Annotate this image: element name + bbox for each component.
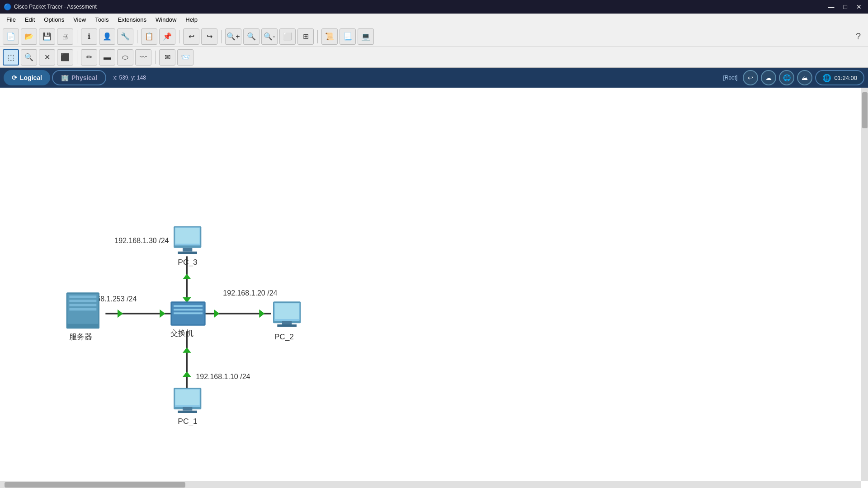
menu-tools[interactable]: Tools (90, 14, 113, 25)
physical-btn[interactable]: 🏢 Physical (52, 70, 106, 85)
menu-options[interactable]: Options (39, 14, 69, 25)
logical-btn[interactable]: ⟳ Logical (4, 70, 50, 85)
network-diagram[interactable]: 192.168.1.253 /24 192.168.1.20 /24 192.1… (0, 88, 868, 488)
rect-zoom-btn[interactable]: ⬜ (279, 28, 296, 45)
window-controls: — □ ✕ (826, 2, 864, 11)
multi-select-tool[interactable]: ⬛ (57, 49, 73, 66)
nav-icon-group: ↩ ☁ 🌐 ⛰ 🌐 01:24:00 (743, 70, 864, 85)
sep7 (155, 51, 156, 64)
menu-file[interactable]: File (2, 14, 20, 25)
physical-label: Physical (71, 74, 97, 81)
pc2-label: PC_2 (274, 332, 294, 341)
terminal-btn[interactable]: 💻 (358, 28, 374, 45)
tri5 (183, 347, 191, 353)
server-label: 服务器 (69, 332, 92, 341)
menu-extensions[interactable]: Extensions (113, 14, 151, 25)
search-tool[interactable]: 🔍 (21, 49, 37, 66)
mountain-btn[interactable]: ⛰ (797, 70, 812, 85)
svg-rect-20 (178, 411, 197, 413)
workspace[interactable]: 192.168.1.253 /24 192.168.1.20 /24 192.1… (0, 88, 868, 488)
wizard-btn[interactable]: 🔧 (117, 28, 133, 45)
sep2 (137, 30, 137, 43)
sep6 (77, 51, 77, 64)
back-btn[interactable]: ↩ (743, 70, 758, 85)
envelope-tool[interactable]: ✉ (159, 49, 175, 66)
paste-btn[interactable]: 📌 (159, 28, 175, 45)
svg-rect-3 (69, 304, 96, 306)
svg-rect-2 (69, 300, 96, 302)
sep1 (77, 30, 77, 43)
sep3 (179, 30, 179, 43)
svg-rect-4 (69, 308, 96, 310)
menu-view[interactable]: View (69, 14, 90, 25)
ellipse-tool[interactable]: ⬭ (117, 49, 133, 66)
copy-btn[interactable]: 📋 (141, 28, 157, 45)
svg-rect-11 (183, 248, 192, 252)
tri7 (183, 274, 191, 279)
menu-window[interactable]: Window (151, 14, 181, 25)
open-envelope-tool[interactable]: 📨 (177, 49, 193, 66)
svg-rect-10 (175, 228, 199, 244)
world-btn[interactable]: 🌐 (779, 70, 794, 85)
pencil-tool[interactable]: ✏ (81, 49, 97, 66)
logical-icon: ⟳ (12, 74, 17, 81)
maximize-btn[interactable]: □ (841, 2, 850, 11)
physical-icon: 🏢 (61, 74, 69, 81)
svg-rect-16 (277, 324, 297, 327)
svg-rect-6 (174, 305, 203, 307)
vscrollbar[interactable] (861, 88, 868, 481)
close-btn[interactable]: ✕ (854, 2, 864, 11)
save-btn[interactable]: 💾 (39, 28, 55, 45)
timer-icon: 🌐 (822, 74, 831, 82)
cloud-btn[interactable]: ☁ (761, 70, 776, 85)
svg-rect-14 (275, 303, 299, 319)
redo-btn[interactable]: ↪ (201, 28, 217, 45)
pc3-label: PC_3 (178, 258, 197, 267)
help-btn[interactable]: ? (851, 31, 865, 42)
pc1-label: PC_1 (178, 417, 197, 426)
open-btn[interactable]: 📂 (21, 28, 37, 45)
vscroll-thumb[interactable] (862, 92, 868, 128)
scroll1-btn[interactable]: 📜 (321, 28, 338, 45)
svg-rect-18 (175, 389, 199, 405)
tri3 (214, 310, 219, 318)
undo-btn[interactable]: ↩ (183, 28, 199, 45)
menu-help[interactable]: Help (181, 14, 202, 25)
tri1 (118, 310, 123, 318)
user-btn[interactable]: 👤 (99, 28, 115, 45)
tri6 (183, 371, 191, 377)
toolbar1: 📄 📂 💾 🖨 ℹ 👤 🔧 📋 📌 ↩ ↪ 🔍+ 🔍 🔍- ⬜ ⊞ 📜 📃 💻 … (0, 26, 868, 47)
timer-display: 01:24:00 (834, 75, 857, 81)
grid-btn[interactable]: ⊞ (297, 28, 314, 45)
minimize-btn[interactable]: — (826, 2, 837, 11)
hscrollbar[interactable] (0, 481, 861, 488)
zoom-in-btn[interactable]: 🔍+ (225, 28, 241, 45)
label-pc2-ip: 192.168.1.20 /24 (223, 289, 277, 297)
svg-rect-1 (69, 296, 96, 298)
titlebar: 🔵 Cisco Packet Tracer - Assessment — □ ✕ (0, 0, 868, 14)
title-text: Cisco Packet Tracer - Assessment (14, 4, 97, 10)
coords-display: x: 539, y: 148 (108, 75, 151, 81)
print-btn[interactable]: 🖨 (57, 28, 73, 45)
zoom-fit-btn[interactable]: 🔍 (243, 28, 259, 45)
tri4 (259, 310, 264, 318)
label-pc1-ip: 192.168.1.10 /24 (196, 373, 250, 380)
select-tool[interactable]: ⬚ (3, 49, 19, 66)
info-btn[interactable]: ℹ (81, 28, 97, 45)
svg-rect-15 (282, 321, 292, 324)
freehand-tool[interactable]: 〰 (135, 49, 151, 66)
scroll2-btn[interactable]: 📃 (340, 28, 356, 45)
rect-tool[interactable]: ▬ (99, 49, 115, 66)
tri2 (160, 310, 165, 318)
title-icon: 🔵 (4, 3, 11, 10)
delete-tool[interactable]: ✕ (39, 49, 55, 66)
sep5 (317, 30, 318, 43)
hscroll-thumb[interactable] (5, 482, 185, 488)
zoom-out-btn[interactable]: 🔍- (261, 28, 278, 45)
main-content: 192.168.1.253 /24 192.168.1.20 /24 192.1… (0, 88, 868, 488)
navbar: ⟳ Logical 🏢 Physical x: 539, y: 148 [Roo… (0, 68, 868, 88)
new-btn[interactable]: 📄 (3, 28, 19, 45)
svg-rect-8 (174, 312, 203, 314)
menu-edit[interactable]: Edit (20, 14, 39, 25)
timer-btn[interactable]: 🌐 01:24:00 (815, 70, 864, 85)
